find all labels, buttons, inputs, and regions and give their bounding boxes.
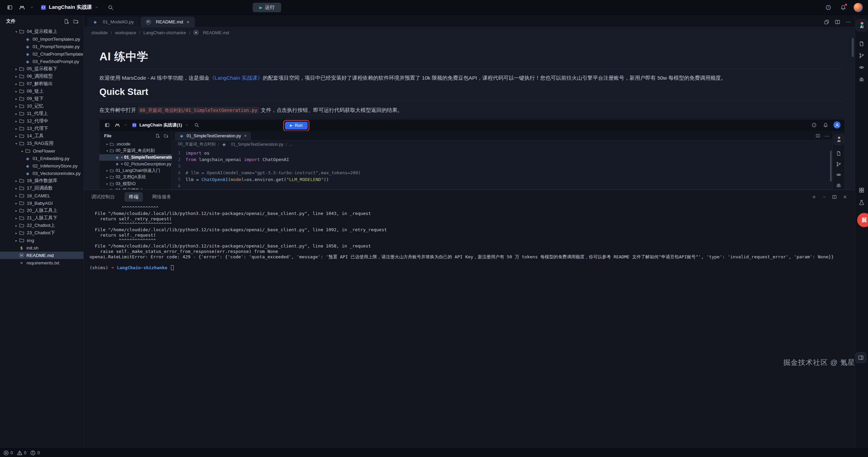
tree-folder[interactable]: ▸19_BabyAGI [0, 199, 83, 207]
editor-area: ◈ 01_ModelIO.py M README.md × ⋯ cloudide… [84, 15, 855, 190]
terminal-output[interactable]: ^^^^^^^^^^^^^^ File "/home/cloudide/.loc… [84, 204, 855, 260]
tree-file[interactable]: ◈01_PromptTemplate.py [0, 43, 83, 50]
tree-folder[interactable]: ▸01_LangChain快速入门 [99, 167, 172, 174]
tree-item-label: 03_模型IO [116, 181, 136, 187]
tree-folder[interactable]: ▸20_人脉工具上 [0, 207, 83, 214]
tab-readme[interactable]: M README.md × [140, 17, 195, 27]
problems-infos[interactable]: 0 [30, 450, 40, 456]
new-file-icon[interactable] [64, 19, 69, 24]
tree-folder[interactable]: ▸05_提示模板下 [0, 65, 83, 73]
tree-folder[interactable]: ▸22_Chatbot上 [0, 222, 83, 229]
new-terminal-icon[interactable] [812, 195, 816, 199]
debug-bug-icon[interactable] [834, 181, 843, 190]
tree-folder[interactable]: ▸11_代理上 [0, 110, 83, 117]
preview-eye-icon[interactable] [856, 62, 867, 73]
tree-folder[interactable]: ▸10_记忆 [0, 102, 83, 110]
tree-folder[interactable]: ▸18_CAMEL [0, 192, 83, 199]
tree-folder[interactable]: ▸14_工具 [0, 132, 83, 140]
tree-file[interactable]: ◈02_ChatPromptTemplate.py [0, 50, 83, 58]
breadcrumb-item[interactable]: workspace [115, 30, 136, 35]
tree-folder[interactable]: ▸21_人脉工具下 [0, 214, 83, 222]
tree-folder[interactable]: ▸04_提示模板上 [99, 187, 172, 190]
python-file-icon: ◈ [25, 44, 30, 49]
tree-folder[interactable]: ▸08_链上 [0, 87, 83, 95]
tree-folder[interactable]: ▸06_调用模型 [0, 73, 83, 80]
tree-file[interactable]: ◈01_SimpleTextGeneration.py [99, 154, 172, 161]
extensions-grid-icon[interactable] [856, 185, 867, 195]
export-document-icon[interactable] [834, 149, 843, 158]
project-switcher[interactable]: LangChain 实战课 [41, 4, 100, 11]
tree-file[interactable]: ◈02_InMemoryStore.py [0, 162, 83, 170]
tree-folder[interactable]: ▸img [0, 237, 83, 244]
tree-file[interactable]: ◈03_FewShotPrompt.py [0, 58, 83, 65]
breadcrumb-item[interactable]: ... [289, 142, 292, 147]
error-count: 0 [11, 451, 13, 455]
code-line: 2from langchain_openai import ChatOpenAI [172, 156, 832, 163]
tab-network-service[interactable]: 网络服务 [152, 192, 171, 202]
open-changes-icon[interactable] [824, 19, 829, 25]
editor-scrollbar-thumb[interactable] [852, 38, 854, 57]
chevron-down-icon[interactable] [822, 195, 826, 199]
tree-file[interactable]: MREADME.md [0, 252, 83, 259]
tree-file[interactable]: ◈03_VectorstoreIndex.py [0, 170, 83, 177]
breadcrumb-item[interactable]: ◈01_SimpleTextGeneration.py [221, 142, 283, 147]
new-file-icon [155, 134, 160, 138]
tree-file[interactable]: ≡requirements.txt [0, 259, 83, 266]
tree-folder[interactable]: ▾15_RAG应用 [0, 140, 83, 147]
tree-folder[interactable]: ▸OneFlower [0, 147, 83, 155]
breadcrumb-item[interactable]: 00_开篇词_奇点时刻 [178, 141, 216, 147]
source-control-branch-icon[interactable] [856, 51, 867, 61]
tree-folder[interactable]: ▸13_代理下 [0, 125, 83, 132]
problems-warnings[interactable]: 0 [17, 450, 26, 456]
user-avatar[interactable] [854, 3, 863, 12]
split-editor-icon[interactable] [835, 19, 840, 25]
tree-folder[interactable]: ▾00_开篇词_奇点时刻 [99, 147, 172, 154]
tree-file[interactable]: $init.sh [0, 244, 83, 252]
preview-eye-icon[interactable] [834, 171, 843, 179]
tab-01-modelio[interactable]: ◈ 01_ModelIO.py [87, 17, 139, 27]
sidebar-toggle-icon[interactable] [5, 3, 14, 12]
notifications-bell-icon[interactable] [839, 3, 848, 12]
tree-file[interactable]: ◈02_PictureDescription.py [99, 161, 172, 167]
new-folder-icon[interactable] [73, 19, 79, 24]
ai-assistant-icon[interactable]: AI [834, 135, 844, 144]
tree-folder[interactable]: ▸23_Chatbot下 [0, 229, 83, 237]
run-button[interactable]: ▶ 运行 [253, 3, 281, 12]
source-control-branch-icon[interactable] [834, 160, 843, 169]
tree-folder[interactable]: ▸17_回调函数 [0, 184, 83, 192]
folder-icon [19, 103, 24, 109]
tree-folder[interactable]: ▸12_代理中 [0, 117, 83, 125]
breadcrumb-item[interactable]: cloudide [91, 30, 108, 35]
tree-folder[interactable]: ▸09_链下 [0, 95, 83, 102]
tree-folder[interactable]: ▸16_操作数据库 [0, 177, 83, 184]
terminal-prompt[interactable]: (shims) ➜ LangChain-shizhanke [84, 260, 855, 270]
help-icon[interactable] [824, 3, 833, 12]
test-flask-icon[interactable] [856, 197, 867, 207]
problems-errors[interactable]: 0 [3, 450, 13, 456]
split-panel-icon[interactable] [832, 195, 837, 199]
course-link[interactable]: 《LangChain 实战课》 [210, 75, 263, 81]
search-icon[interactable] [106, 3, 115, 12]
ai-assistant-icon[interactable]: AI [856, 20, 867, 31]
layout-panel-button[interactable] [856, 353, 866, 363]
close-panel-icon[interactable] [843, 195, 847, 199]
sidebar-toggle-icon [103, 121, 111, 129]
chevron-down-icon[interactable] [30, 4, 35, 11]
tree-folder[interactable]: ▸03_模型IO [99, 181, 172, 187]
tree-file[interactable]: ◈01_Embedding.py [0, 155, 83, 162]
tree-file[interactable]: ◈00_ImportTemplates.py [0, 35, 83, 43]
tree-folder[interactable]: ▸.vscode [99, 141, 172, 148]
tree-folder[interactable]: ▸07_解析输出 [0, 80, 83, 87]
chevron-down-icon [124, 121, 129, 129]
more-actions-icon[interactable]: ⋯ [846, 19, 851, 25]
tree-folder[interactable]: ▸02_文档QA系统 [99, 174, 172, 181]
breadcrumb-item[interactable]: LangChain-shizhanke [143, 30, 186, 35]
tree-folder[interactable]: ▾04_提示模板上 [0, 28, 83, 35]
tab-terminal[interactable]: 终端 [124, 192, 143, 202]
tab-debug-console[interactable]: 调试控制台 [91, 192, 115, 202]
breadcrumb-item[interactable]: MREADME.md [193, 30, 229, 35]
marscode-logo[interactable] [18, 3, 26, 12]
close-icon[interactable]: × [187, 19, 190, 25]
export-document-icon[interactable] [856, 39, 867, 49]
debug-bug-icon[interactable] [856, 74, 867, 84]
